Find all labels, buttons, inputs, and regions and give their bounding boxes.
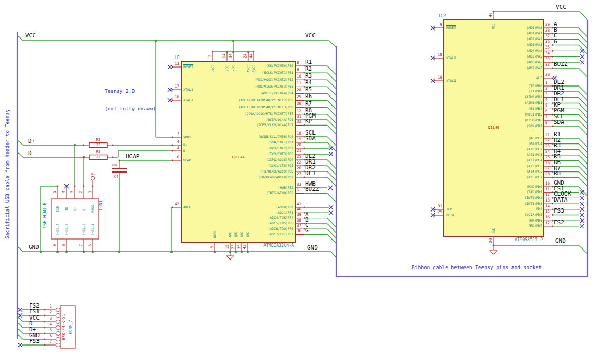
net-label-data[interactable]: DATA — [554, 197, 568, 203]
net-label-vcc-left[interactable]: VCC — [25, 33, 36, 39]
bus-entry[interactable] — [579, 109, 587, 118]
bus-entry[interactable] — [579, 34, 587, 43]
net-label-r5[interactable]: R5 — [305, 87, 312, 92]
bus-entry[interactable] — [579, 245, 587, 254]
vcc-power-symbol[interactable] — [91, 177, 95, 180]
con1-value[interactable]: USB-MINI-B — [43, 203, 48, 228]
bus-entry[interactable] — [579, 155, 587, 164]
net-label-kp[interactable]: KP — [305, 118, 312, 124]
net-label-ucap[interactable]: UCAP — [126, 154, 140, 159]
net-label-gnd-mid[interactable]: GND — [307, 245, 318, 251]
net-label-r6[interactable]: R6 — [305, 93, 312, 99]
bus-entry[interactable] — [327, 114, 336, 123]
net-label-fs3[interactable]: FS3 — [29, 338, 40, 344]
net-label-sda[interactable]: SDA — [554, 119, 564, 125]
cable-entry[interactable] — [17, 334, 23, 339]
net-label-r4[interactable]: R4 — [305, 80, 312, 85]
net-label-dl1[interactable]: DL1 — [305, 170, 316, 176]
bus-entry[interactable] — [327, 87, 336, 95]
net-label-buzz[interactable]: BUZZ — [305, 186, 319, 192]
net-label-sda[interactable]: SDA — [305, 136, 316, 141]
net-label-r2[interactable]: R2 — [305, 66, 312, 72]
pin-circle[interactable] — [56, 343, 60, 347]
wire[interactable] — [17, 152, 23, 157]
bus-entry[interactable] — [327, 108, 336, 117]
u1-value[interactable]: ATMEGA32U4-A — [263, 244, 294, 248]
pin-circle[interactable] — [56, 332, 60, 336]
bus-entry[interactable] — [579, 144, 587, 153]
bus-entry[interactable] — [579, 172, 587, 181]
capacitor-plate[interactable] — [112, 171, 127, 173]
bus-entry[interactable] — [327, 73, 336, 82]
bus-entry[interactable] — [580, 12, 587, 20]
capacitor-plate[interactable] — [112, 168, 127, 169]
net-label-r1[interactable]: R1 — [305, 59, 312, 65]
pin-circle[interactable] — [56, 338, 60, 341]
bus-entry[interactable] — [327, 235, 336, 244]
bus-entry[interactable] — [327, 101, 336, 110]
net-label-g[interactable]: G — [554, 39, 557, 44]
con1-ref[interactable]: CON1 — [99, 200, 103, 210]
bus-entry[interactable] — [579, 120, 587, 129]
bus-entry[interactable] — [327, 224, 336, 233]
vcc-entry[interactable] — [17, 35, 23, 41]
bus-entry[interactable] — [579, 160, 587, 169]
bus-entry[interactable] — [579, 126, 587, 135]
bus-entry[interactable] — [327, 218, 336, 227]
bus-entry[interactable] — [579, 138, 587, 147]
net-label-gnd-ic2[interactable]: GND — [555, 238, 566, 244]
wire[interactable] — [17, 140, 23, 145]
net-label-gnd-left[interactable]: GND — [29, 244, 39, 250]
bus-entry[interactable] — [327, 120, 336, 129]
bus-entry[interactable] — [327, 126, 336, 135]
bus-entry[interactable] — [327, 229, 336, 238]
cable-entry[interactable] — [17, 322, 23, 328]
bus-entry[interactable] — [579, 103, 587, 112]
note-teensy[interactable]: Teensy 2.0 (not fully drawn) — [105, 77, 156, 123]
ic2-value[interactable]: AT90S8515-P — [515, 238, 543, 242]
bus-entry[interactable] — [327, 80, 336, 89]
pin-circle[interactable] — [56, 308, 60, 312]
net-label-fs3[interactable]: FS3 — [554, 208, 564, 214]
conn7-ref[interactable]: CONN_7 — [69, 320, 73, 334]
bus-entry[interactable] — [579, 68, 587, 77]
net-label-r3[interactable]: R3 — [305, 73, 312, 79]
bus-entry[interactable] — [327, 93, 336, 102]
net-label-vcc-ic2[interactable]: VCC — [556, 4, 566, 10]
bus-entry[interactable] — [579, 166, 587, 175]
net-label-buzz[interactable]: BUZZ — [554, 61, 568, 67]
net-label-g[interactable]: G — [305, 227, 309, 233]
bus-entry[interactable] — [579, 98, 587, 107]
bus-entry[interactable] — [579, 177, 587, 186]
pin-circle[interactable] — [56, 326, 60, 330]
cable-entry[interactable] — [17, 328, 23, 333]
note-sacrificial-usb[interactable]: Sacrificial USB cable from header to Tee… — [5, 109, 11, 239]
net-label-r8[interactable]: R8 — [554, 170, 561, 176]
bus-entry[interactable] — [579, 86, 587, 95]
net-label-c[interactable]: C — [554, 33, 557, 39]
note-ribbon-cable[interactable]: Ribbon cable between Teensy pins and soc… — [412, 265, 542, 271]
vcc-bus-entry[interactable] — [329, 41, 336, 47]
net-label-fs1[interactable]: FS1 — [29, 309, 40, 314]
bus-entry[interactable] — [579, 28, 587, 37]
gnd-bus-entry[interactable] — [331, 252, 336, 257]
bus-entry[interactable] — [579, 114, 587, 123]
net-label-r7[interactable]: R7 — [305, 101, 312, 107]
net-label-d-minus[interactable]: D- — [28, 150, 35, 156]
bus-entry[interactable] — [579, 40, 587, 49]
bus-entry[interactable] — [327, 194, 336, 203]
bus-entry[interactable] — [579, 149, 587, 158]
ic2-ref[interactable]: IC2 — [438, 14, 446, 18]
pin-circle[interactable] — [56, 320, 60, 324]
net-label-vcc-mid[interactable]: VCC — [305, 33, 316, 39]
net-label-fs2[interactable]: FS2 — [554, 219, 564, 225]
u1-ref[interactable]: U1 — [175, 56, 181, 60]
gnd-entry[interactable] — [17, 246, 23, 252]
net-label-dr2[interactable]: DR2 — [554, 91, 564, 97]
net-label-d-plus[interactable]: D+ — [28, 138, 35, 144]
conn7-value[interactable]: B7K-PH-K-S1 — [62, 314, 66, 340]
pin-circle[interactable] — [56, 314, 60, 318]
bus-entry[interactable] — [327, 66, 336, 75]
pin-number: 6 — [88, 244, 92, 247]
bus-entry[interactable] — [579, 92, 587, 101]
